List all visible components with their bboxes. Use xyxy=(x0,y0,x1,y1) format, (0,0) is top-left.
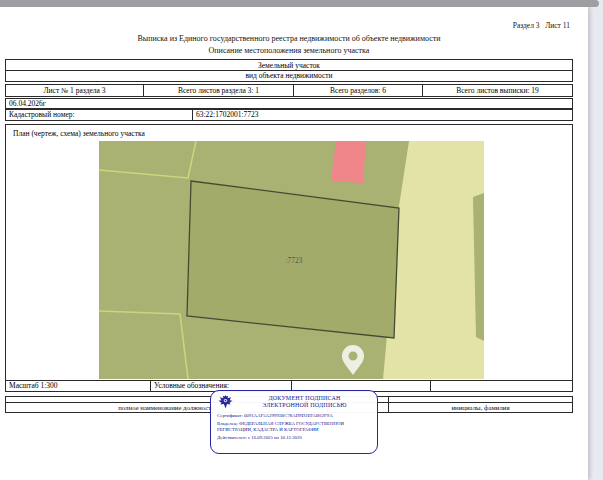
plan-title: План (чертеж, схема) земельного участка xyxy=(13,129,145,138)
digital-signature-stamp: ДОКУМЕНТ ПОДПИСАН ЭЛЕКТРОННОЙ ПОДПИСЬЮ С… xyxy=(210,390,378,454)
document-subtitle: Описание местоположения земельного участ… xyxy=(0,46,578,55)
coat-of-arms-icon xyxy=(217,394,234,410)
section-sheet-label: Раздел 3 Лист 11 xyxy=(430,21,570,30)
cadastral-number-value: 63:22:1702001:7723 xyxy=(193,110,572,120)
cadastral-map: :7723 xyxy=(99,141,484,379)
sheet-info-cell: Лист № 1 раздела 3 xyxy=(6,85,144,96)
object-kind-block: Земельный участок вид объекта недвижимос… xyxy=(5,59,573,82)
object-kind-caption: вид объекта недвижимости xyxy=(6,71,572,81)
stamp-owner: Владелец: ФЕДЕРАЛЬНАЯ СЛУЖБА ГОСУДАРСТВЕ… xyxy=(217,421,371,433)
stamp-certificate: Сертификат: 0091AAF5A29993BC78AD9D2EFAB6… xyxy=(217,413,371,419)
map-parcel-label: :7723 xyxy=(285,256,302,265)
map-highlighted-plot xyxy=(331,141,366,183)
document-title: Выписка из Единого государственного реес… xyxy=(0,34,578,43)
cadastral-number-label: Кадастровый номер: xyxy=(6,110,193,120)
map-scale-label: Масштаб 1:300 xyxy=(6,381,151,391)
sheet-info-cell: Всего листов раздела 3: 1 xyxy=(144,85,294,96)
sheet-info-cell: Всего листов выписки: 19 xyxy=(423,85,572,96)
document-page: Раздел 3 Лист 11 Выписка из Единого госу… xyxy=(0,0,603,480)
sheet-info-row: Лист № 1 раздела 3 Всего листов раздела … xyxy=(5,84,573,97)
object-kind: Земельный участок xyxy=(6,60,572,71)
sheet-info-cell: Всего разделов: 6 xyxy=(294,85,423,96)
signature-name-cell: инициалы, фамилия xyxy=(389,397,572,412)
stamp-validity: Действителен: с 16.09.2025 по 10.12.2026 xyxy=(217,435,371,441)
legend-cell-empty xyxy=(431,381,572,391)
plan-block: План (чертеж, схема) земельного участка … xyxy=(5,124,573,381)
cadastral-number-row: Кадастровый номер: 63:22:1702001:7723 xyxy=(5,109,573,121)
stamp-line1: ДОКУМЕНТ ПОДПИСАН xyxy=(238,395,371,403)
stamp-line2: ЭЛЕКТРОННОЙ ПОДПИСЬЮ xyxy=(238,402,371,410)
signature-name-caption: инициалы, фамилия xyxy=(389,403,572,412)
scan-edge-bar xyxy=(0,0,599,7)
extract-date-row: 06.04.2026г xyxy=(5,98,573,109)
